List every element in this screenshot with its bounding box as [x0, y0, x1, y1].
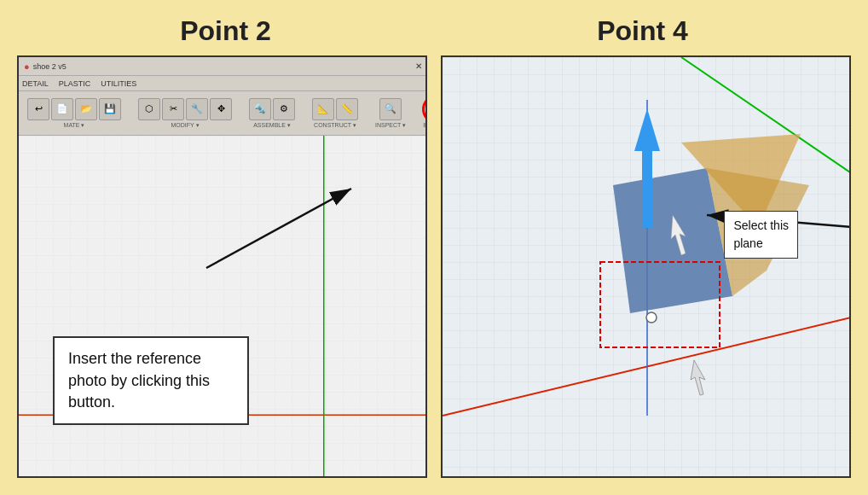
icon-open[interactable]: 📂	[75, 98, 97, 120]
3d-viewport: 0.00 mm ⋮ Select thisplane	[443, 57, 849, 476]
icon-move[interactable]: ✥	[210, 98, 232, 120]
icon-save[interactable]: 💾	[99, 98, 121, 120]
section-inspect: 🔍 INSPECT ▾	[372, 96, 409, 131]
icon-modify2[interactable]: ✂	[162, 98, 184, 120]
section-modify-label: MODIFY ▾	[171, 122, 199, 129]
section-inspect-label: INSPECT ▾	[375, 122, 406, 129]
icon-inspect[interactable]: 🔍	[379, 98, 402, 120]
close-icon[interactable]: ✕	[415, 61, 422, 71]
window-titlebar: ● shoe 2 v5 ✕	[19, 57, 425, 76]
toolbar-icons-row: ↩ 📄 📂 💾 MATE ▾ ⬡ ✂ 🔧 ✥ MODIFY ▾	[19, 91, 425, 136]
icon-construct1[interactable]: 📐	[312, 98, 334, 120]
left-panel: ● shoe 2 v5 ✕ DETAIL PLASTIC UTILITIES ↩…	[17, 55, 427, 478]
tooltip-text: Select thisplane	[733, 218, 789, 250]
instruction-box: Insert the reference photo by clicking t…	[53, 336, 249, 425]
menu-item-plastic[interactable]: PLASTIC	[59, 79, 91, 88]
select-plane-tooltip: Select thisplane	[724, 211, 798, 259]
menu-item-utilities[interactable]: UTILITIES	[101, 79, 136, 88]
section-construct: 📐 📏 CONSTRUCT ▾	[309, 96, 362, 131]
svg-point-15	[646, 312, 657, 323]
cad-viewport: Insert the reference photo by clicking t…	[19, 136, 425, 476]
section-construct-label: CONSTRUCT ▾	[314, 122, 356, 129]
right-panel: 0.00 mm ⋮ Select thisplane	[441, 55, 851, 478]
svg-rect-0	[19, 136, 425, 476]
icon-modify1[interactable]: ⬡	[138, 98, 160, 120]
icon-back[interactable]: ↩	[27, 98, 49, 120]
section-modify: ⬡ ✂ 🔧 ✥ MODIFY ▾	[135, 96, 235, 131]
insert-photo-button[interactable]: 🖼	[425, 98, 427, 120]
right-panel-title: Point 4	[454, 15, 830, 47]
section-insert-label: INSERT ▾	[423, 122, 427, 129]
icon-new[interactable]: 📄	[51, 98, 73, 120]
left-panel-title: Point 2	[38, 15, 413, 47]
menu-item-detail[interactable]: DETAIL	[22, 79, 49, 88]
section-assemble-label: ASSEMBLE ▾	[253, 122, 291, 129]
icon-assemble1[interactable]: 🔩	[249, 98, 271, 120]
section-mate-label: MATE ▾	[64, 122, 85, 129]
icon-modify3[interactable]: 🔧	[186, 98, 208, 120]
section-insert: 🖼 INSERT ▾	[420, 96, 427, 131]
section-assemble: 🔩 ⚙ ASSEMBLE ▾	[246, 96, 298, 131]
menu-bar: DETAIL PLASTIC UTILITIES	[19, 76, 425, 91]
section-mate: ↩ 📄 📂 💾 MATE ▾	[24, 96, 124, 131]
window-title: shoe 2 v5	[33, 62, 67, 71]
instruction-text: Insert the reference photo by clicking t…	[68, 350, 210, 410]
icon-assemble2[interactable]: ⚙	[273, 98, 295, 120]
icon-construct2[interactable]: 📏	[336, 98, 358, 120]
